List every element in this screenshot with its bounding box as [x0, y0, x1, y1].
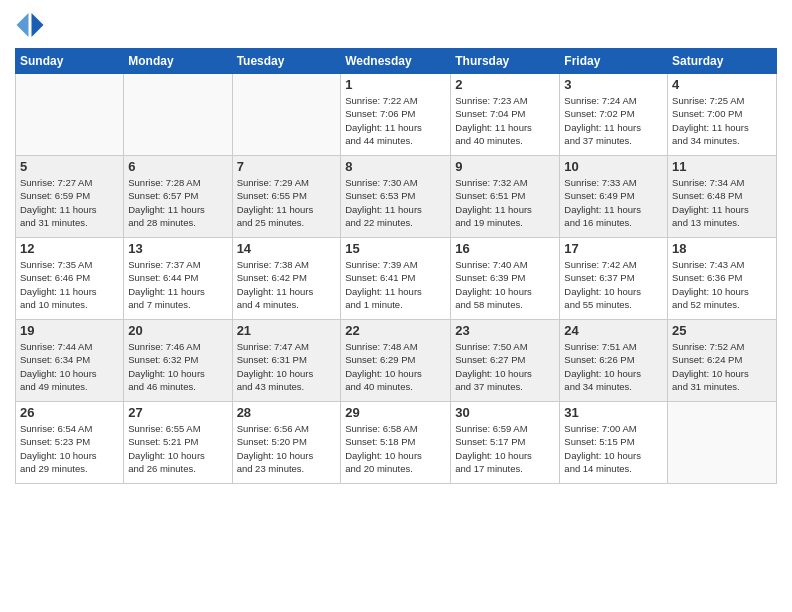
calendar-day: 13Sunrise: 7:37 AMSunset: 6:44 PMDayligh… — [124, 238, 232, 320]
calendar-day: 28Sunrise: 6:56 AMSunset: 5:20 PMDayligh… — [232, 402, 341, 484]
day-number: 3 — [564, 77, 663, 92]
day-info: Sunrise: 7:35 AMSunset: 6:46 PMDaylight:… — [20, 258, 119, 311]
day-info: Sunrise: 6:56 AMSunset: 5:20 PMDaylight:… — [237, 422, 337, 475]
calendar-day: 24Sunrise: 7:51 AMSunset: 6:26 PMDayligh… — [560, 320, 668, 402]
calendar-day: 6Sunrise: 7:28 AMSunset: 6:57 PMDaylight… — [124, 156, 232, 238]
day-number: 14 — [237, 241, 337, 256]
day-info: Sunrise: 7:37 AMSunset: 6:44 PMDaylight:… — [128, 258, 227, 311]
day-number: 9 — [455, 159, 555, 174]
calendar-day: 15Sunrise: 7:39 AMSunset: 6:41 PMDayligh… — [341, 238, 451, 320]
day-number: 11 — [672, 159, 772, 174]
calendar-day: 11Sunrise: 7:34 AMSunset: 6:48 PMDayligh… — [668, 156, 777, 238]
svg-marker-0 — [32, 13, 44, 37]
day-number: 7 — [237, 159, 337, 174]
day-info: Sunrise: 7:28 AMSunset: 6:57 PMDaylight:… — [128, 176, 227, 229]
day-number: 15 — [345, 241, 446, 256]
calendar-header-thursday: Thursday — [451, 49, 560, 74]
day-number: 6 — [128, 159, 227, 174]
calendar-day: 16Sunrise: 7:40 AMSunset: 6:39 PMDayligh… — [451, 238, 560, 320]
logo-icon — [15, 10, 45, 40]
calendar-header-sunday: Sunday — [16, 49, 124, 74]
day-info: Sunrise: 7:44 AMSunset: 6:34 PMDaylight:… — [20, 340, 119, 393]
day-number: 24 — [564, 323, 663, 338]
day-number: 2 — [455, 77, 555, 92]
calendar-day — [668, 402, 777, 484]
day-info: Sunrise: 7:43 AMSunset: 6:36 PMDaylight:… — [672, 258, 772, 311]
calendar-header-row: SundayMondayTuesdayWednesdayThursdayFrid… — [16, 49, 777, 74]
page: SundayMondayTuesdayWednesdayThursdayFrid… — [0, 0, 792, 612]
calendar-day: 1Sunrise: 7:22 AMSunset: 7:06 PMDaylight… — [341, 74, 451, 156]
calendar-day — [16, 74, 124, 156]
day-info: Sunrise: 7:22 AMSunset: 7:06 PMDaylight:… — [345, 94, 446, 147]
calendar-header-monday: Monday — [124, 49, 232, 74]
calendar-week-1: 1Sunrise: 7:22 AMSunset: 7:06 PMDaylight… — [16, 74, 777, 156]
day-number: 18 — [672, 241, 772, 256]
day-number: 21 — [237, 323, 337, 338]
day-info: Sunrise: 7:51 AMSunset: 6:26 PMDaylight:… — [564, 340, 663, 393]
calendar-week-4: 19Sunrise: 7:44 AMSunset: 6:34 PMDayligh… — [16, 320, 777, 402]
calendar-day — [232, 74, 341, 156]
day-info: Sunrise: 7:42 AMSunset: 6:37 PMDaylight:… — [564, 258, 663, 311]
calendar-week-5: 26Sunrise: 6:54 AMSunset: 5:23 PMDayligh… — [16, 402, 777, 484]
day-info: Sunrise: 6:59 AMSunset: 5:17 PMDaylight:… — [455, 422, 555, 475]
day-info: Sunrise: 7:32 AMSunset: 6:51 PMDaylight:… — [455, 176, 555, 229]
day-number: 20 — [128, 323, 227, 338]
calendar-day: 10Sunrise: 7:33 AMSunset: 6:49 PMDayligh… — [560, 156, 668, 238]
calendar-day: 9Sunrise: 7:32 AMSunset: 6:51 PMDaylight… — [451, 156, 560, 238]
day-info: Sunrise: 7:50 AMSunset: 6:27 PMDaylight:… — [455, 340, 555, 393]
day-info: Sunrise: 7:52 AMSunset: 6:24 PMDaylight:… — [672, 340, 772, 393]
day-number: 17 — [564, 241, 663, 256]
calendar-header-wednesday: Wednesday — [341, 49, 451, 74]
day-number: 13 — [128, 241, 227, 256]
day-info: Sunrise: 7:29 AMSunset: 6:55 PMDaylight:… — [237, 176, 337, 229]
calendar-day — [124, 74, 232, 156]
day-info: Sunrise: 7:33 AMSunset: 6:49 PMDaylight:… — [564, 176, 663, 229]
day-info: Sunrise: 7:34 AMSunset: 6:48 PMDaylight:… — [672, 176, 772, 229]
logo — [15, 10, 49, 40]
calendar-day: 29Sunrise: 6:58 AMSunset: 5:18 PMDayligh… — [341, 402, 451, 484]
calendar-day: 5Sunrise: 7:27 AMSunset: 6:59 PMDaylight… — [16, 156, 124, 238]
calendar-day: 2Sunrise: 7:23 AMSunset: 7:04 PMDaylight… — [451, 74, 560, 156]
calendar-day: 23Sunrise: 7:50 AMSunset: 6:27 PMDayligh… — [451, 320, 560, 402]
calendar-day: 7Sunrise: 7:29 AMSunset: 6:55 PMDaylight… — [232, 156, 341, 238]
calendar-day: 25Sunrise: 7:52 AMSunset: 6:24 PMDayligh… — [668, 320, 777, 402]
day-info: Sunrise: 7:27 AMSunset: 6:59 PMDaylight:… — [20, 176, 119, 229]
calendar-table: SundayMondayTuesdayWednesdayThursdayFrid… — [15, 48, 777, 484]
calendar-day: 21Sunrise: 7:47 AMSunset: 6:31 PMDayligh… — [232, 320, 341, 402]
day-info: Sunrise: 7:39 AMSunset: 6:41 PMDaylight:… — [345, 258, 446, 311]
calendar-day: 4Sunrise: 7:25 AMSunset: 7:00 PMDaylight… — [668, 74, 777, 156]
calendar-day: 14Sunrise: 7:38 AMSunset: 6:42 PMDayligh… — [232, 238, 341, 320]
day-number: 1 — [345, 77, 446, 92]
calendar-week-2: 5Sunrise: 7:27 AMSunset: 6:59 PMDaylight… — [16, 156, 777, 238]
day-number: 8 — [345, 159, 446, 174]
calendar-day: 30Sunrise: 6:59 AMSunset: 5:17 PMDayligh… — [451, 402, 560, 484]
day-number: 26 — [20, 405, 119, 420]
svg-marker-1 — [17, 13, 29, 37]
calendar-day: 8Sunrise: 7:30 AMSunset: 6:53 PMDaylight… — [341, 156, 451, 238]
day-info: Sunrise: 7:00 AMSunset: 5:15 PMDaylight:… — [564, 422, 663, 475]
day-info: Sunrise: 6:55 AMSunset: 5:21 PMDaylight:… — [128, 422, 227, 475]
day-info: Sunrise: 7:30 AMSunset: 6:53 PMDaylight:… — [345, 176, 446, 229]
calendar-day: 3Sunrise: 7:24 AMSunset: 7:02 PMDaylight… — [560, 74, 668, 156]
calendar-day: 12Sunrise: 7:35 AMSunset: 6:46 PMDayligh… — [16, 238, 124, 320]
day-info: Sunrise: 6:54 AMSunset: 5:23 PMDaylight:… — [20, 422, 119, 475]
header — [15, 10, 777, 40]
day-number: 27 — [128, 405, 227, 420]
calendar-day: 26Sunrise: 6:54 AMSunset: 5:23 PMDayligh… — [16, 402, 124, 484]
calendar-day: 22Sunrise: 7:48 AMSunset: 6:29 PMDayligh… — [341, 320, 451, 402]
day-number: 30 — [455, 405, 555, 420]
day-number: 23 — [455, 323, 555, 338]
day-number: 22 — [345, 323, 446, 338]
day-info: Sunrise: 7:47 AMSunset: 6:31 PMDaylight:… — [237, 340, 337, 393]
day-info: Sunrise: 6:58 AMSunset: 5:18 PMDaylight:… — [345, 422, 446, 475]
day-number: 4 — [672, 77, 772, 92]
day-info: Sunrise: 7:24 AMSunset: 7:02 PMDaylight:… — [564, 94, 663, 147]
calendar-day: 31Sunrise: 7:00 AMSunset: 5:15 PMDayligh… — [560, 402, 668, 484]
day-number: 12 — [20, 241, 119, 256]
day-number: 28 — [237, 405, 337, 420]
day-number: 5 — [20, 159, 119, 174]
calendar-day: 19Sunrise: 7:44 AMSunset: 6:34 PMDayligh… — [16, 320, 124, 402]
day-number: 19 — [20, 323, 119, 338]
day-number: 29 — [345, 405, 446, 420]
day-number: 16 — [455, 241, 555, 256]
